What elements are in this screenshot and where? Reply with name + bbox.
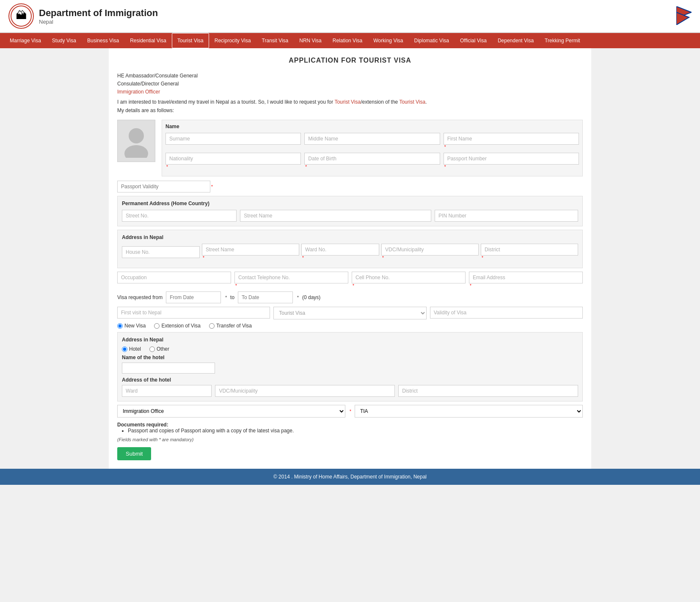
vdc-input[interactable] [381, 244, 479, 256]
nepal-flag [676, 6, 692, 26]
main-nav: Marriage Visa Study Visa Business Visa R… [0, 33, 700, 48]
middle-name-group [304, 133, 440, 145]
nav-study-visa[interactable]: Study Visa [47, 33, 82, 48]
passport-number-input[interactable] [444, 153, 579, 165]
dob-input[interactable] [304, 153, 440, 165]
surname-input[interactable] [165, 133, 301, 145]
hotel-name-input[interactable] [122, 363, 215, 374]
transfer-visa-label: Transfer of Visa [216, 323, 252, 329]
visa-requested-label: Visa requested from [117, 294, 163, 300]
street-name-group [240, 210, 431, 222]
street-name-input[interactable] [240, 210, 431, 222]
other-radio-label[interactable]: Other [149, 346, 169, 352]
nav-residential-visa[interactable]: Residential Visa [124, 33, 172, 48]
from-date-input[interactable] [166, 291, 221, 303]
district-group: * [481, 244, 578, 260]
email-input[interactable] [469, 272, 583, 283]
visa-type-select[interactable]: Tourist Visa Business Visa Other [273, 307, 426, 319]
hotel-district-input[interactable] [398, 385, 578, 397]
nav-business-visa[interactable]: Business Visa [82, 33, 124, 48]
submit-button[interactable]: Submit [117, 447, 151, 460]
address-nepal-section: Address in Nepal * * * * [117, 230, 583, 268]
validity-of-visa-input[interactable] [430, 307, 583, 319]
hotel-vdc-input[interactable] [215, 385, 395, 397]
nepal-address-row: * * * * [122, 244, 578, 260]
hotel-district-group [398, 385, 578, 397]
nav-reciprocity-visa[interactable]: Reciprocity Visa [209, 33, 256, 48]
days-badge: (0 days) [302, 294, 320, 300]
passport-number-group: * [444, 153, 579, 169]
nav-nrn-visa[interactable]: NRN Visa [294, 33, 327, 48]
street-name-nepal-input[interactable] [202, 244, 299, 256]
new-visa-radio-label[interactable]: New Visa [117, 323, 146, 329]
extension-visa-radio[interactable] [154, 323, 160, 329]
footer: © 2014 . Ministry of Home Affairs, Depar… [0, 469, 700, 485]
hotel-ward-input[interactable] [122, 385, 212, 397]
street-name-nepal-group: * [202, 244, 299, 260]
nav-dependent-visa[interactable]: Dependent Visa [492, 33, 539, 48]
contact-phone-group: * [234, 272, 348, 288]
middle-name-input[interactable] [304, 133, 440, 145]
intro-line2: Consulate/Director General [117, 81, 583, 87]
site-subtitle: Nepal [39, 19, 158, 25]
transfer-visa-radio[interactable] [209, 323, 215, 329]
hotel-radio-label[interactable]: Hotel [122, 346, 141, 352]
name-section-label: Name [165, 124, 579, 129]
pin-number-group [435, 210, 578, 222]
vdc-group: * [381, 244, 479, 260]
nav-transit-visa[interactable]: Transit Visa [256, 33, 294, 48]
nationality-row: * * * [165, 153, 579, 169]
to-date-input[interactable] [238, 291, 293, 303]
nationality-input[interactable] [165, 153, 301, 165]
hotel-vdc-group [215, 385, 395, 397]
district-input[interactable] [481, 244, 578, 256]
extension-visa-label: Extension of Visa [161, 323, 201, 329]
to-label: to [230, 294, 234, 300]
nav-trekking-permit[interactable]: Trekking Permit [539, 33, 586, 48]
nav-marriage-visa[interactable]: Marriage Visa [4, 33, 47, 48]
intro-line1: HE Ambassador/Consulate General [117, 73, 583, 79]
dob-group: * [304, 153, 440, 169]
street-no-input[interactable] [122, 210, 237, 222]
hotel-radio[interactable] [122, 346, 127, 352]
nav-working-visa[interactable]: Working Visa [368, 33, 408, 48]
nav-tourist-visa[interactable]: Tourist Visa [172, 33, 209, 48]
site-title: Department of Immigration [39, 8, 158, 19]
documents-section: Documents required: Passport and copies … [117, 422, 583, 434]
extension-visa-radio-label[interactable]: Extension of Visa [154, 323, 201, 329]
photo-name-section: Name * * * [117, 120, 583, 176]
hotel-address-label: Address of the hotel [122, 377, 578, 383]
other-radio[interactable] [149, 346, 155, 352]
house-no-input[interactable] [122, 246, 200, 258]
mandatory-note: (Fields marked with * are mandatory) [117, 437, 583, 442]
header: 🏔 Department of Immigration Nepal [0, 0, 700, 33]
first-name-input[interactable] [444, 133, 579, 145]
nav-relation-visa[interactable]: Relation Visa [327, 33, 368, 48]
passport-validity-input[interactable] [117, 181, 210, 192]
transfer-visa-radio-label[interactable]: Transfer of Visa [209, 323, 252, 329]
ward-no-input[interactable] [301, 244, 379, 256]
new-visa-label: New Visa [124, 323, 146, 329]
visa-dates-row: Visa requested from * to * (0 days) [117, 291, 583, 303]
contact-row: * * * [117, 272, 583, 288]
hotel-label: Hotel [129, 346, 141, 352]
address-nepal-label: Address in Nepal [122, 234, 578, 240]
email-group: * [469, 272, 583, 288]
tia-select[interactable]: TIA Other [355, 405, 583, 418]
new-visa-radio[interactable] [117, 323, 123, 329]
footer-text: © 2014 . Ministry of Home Affairs, Depar… [273, 474, 427, 480]
svg-point-5 [124, 145, 148, 158]
hotel-address-row [122, 385, 578, 397]
pin-number-input[interactable] [435, 210, 578, 222]
hotel-address-section: Address in Nepal Hotel Other Name of the… [117, 332, 583, 401]
cell-phone-input[interactable] [352, 272, 466, 283]
visa-type-group: Tourist Visa Business Visa Other [273, 307, 426, 319]
immigration-office-select[interactable]: Immigration Office Other [117, 405, 345, 418]
first-visit-input[interactable] [117, 307, 270, 319]
nav-official-visa[interactable]: Official Visa [455, 33, 492, 48]
validity-of-visa-group [430, 307, 583, 319]
nav-diplomatic-visa[interactable]: Diplomatic Visa [409, 33, 455, 48]
occupation-input[interactable] [117, 272, 231, 283]
other-label: Other [157, 346, 169, 352]
contact-phone-input[interactable] [234, 272, 348, 283]
